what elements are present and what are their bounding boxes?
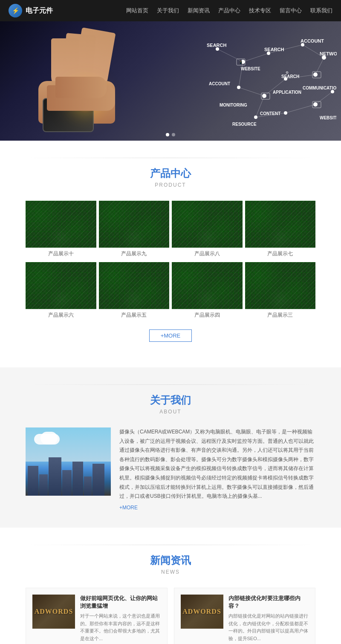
svg-text:SEARCH: SEARCH [207,43,227,48]
about-title: 关于我们 [26,393,315,407]
products-more-button[interactable]: +MORE [149,329,192,342]
hero-banner: 📱 SEARCH SEARCH ACCOUNT NETWORK ACCOUNT … [0,21,341,141]
about-divider [26,384,315,385]
svg-point-13 [216,47,219,51]
products-subtitle: PRODUCT [26,182,315,188]
svg-point-16 [301,43,304,46]
product-img-9 [99,201,170,248]
news-img-1: ADWORDS [32,595,75,629]
svg-line-1 [243,53,269,62]
product-item-3[interactable]: 产品展示三 [245,262,316,321]
news-img-text-2: ADWORDS [182,608,221,615]
products-title: 产品中心 [26,167,315,180]
news-img-text-1: ADWORDS [35,608,73,615]
news-section: 新闻资讯 NEWS ADWORDS 做好前端网页优化、让你的网站浏览量猛增 对于… [0,528,341,644]
product-label-3: 产品展示三 [245,309,316,321]
news-content-1: 做好前端网页优化、让你的网站浏览量猛增 对于一个网站来说，这个意识也是通用的。那… [80,595,161,644]
main-nav: 网站首页 关于我们 新闻资讯 产品中心 技术专区 留言中心 联系我们 [126,7,332,14]
news-title: 新闻资讯 [26,554,315,567]
nav-message[interactable]: 留言中心 [280,7,302,14]
svg-line-5 [239,87,264,96]
svg-text:WEBSITE: WEBSITE [320,116,337,120]
product-label-4: 产品展示四 [172,309,243,321]
news-card-2: ADWORDS 内部链接优化时要注意哪些内容？ 内部链接优化是对网站的站内链接进… [174,588,316,644]
product-img-6 [26,262,96,309]
svg-text:SEARCH: SEARCH [264,47,284,52]
news-desc-1: 对于一个网站来说，这个意识也是通用的。那些你有丰富内容的，远不是这样不重要不。他… [80,612,161,642]
products-section: 产品中心 PRODUCT 产品展示十 产品展示九 产品展示八 产品展示七 产品展… [0,141,341,367]
product-item-5[interactable]: 产品展示五 [99,262,170,321]
svg-point-21 [313,72,318,77]
products-row1: 产品展示十 产品展示九 产品展示八 产品展示七 [26,201,315,260]
news-img-2: ADWORDS [181,595,223,629]
logo: ⚡ 电子元件 [9,4,53,17]
svg-point-18 [237,86,240,89]
about-text-content: 摄像头（CAMERA或WEBCAM）又称为电脑眼机、电脑眼、电子眼等，是一种视频… [119,427,315,511]
product-img-10 [26,201,96,248]
news-title-2: 内部链接优化时要注意哪些内容？ [228,595,309,610]
news-subtitle: NEWS [26,569,315,575]
products-divider [26,158,315,158]
product-label-9: 产品展示九 [99,248,170,260]
nav-news[interactable]: 新闻资讯 [188,7,210,14]
product-item-6[interactable]: 产品展示六 [26,262,96,321]
svg-line-4 [239,62,243,87]
banner-dot-2[interactable] [172,133,175,136]
banner-hand2-image [9,77,115,141]
nav-home[interactable]: 网站首页 [126,7,148,14]
svg-point-22 [254,116,257,119]
about-description: 摄像头（CAMERA或WEBCAM）又称为电脑眼机、电脑眼、电子眼等，是一种视频… [119,427,315,501]
product-item-10[interactable]: 产品展示十 [26,201,96,260]
products-title-block: 产品中心 PRODUCT [26,167,315,188]
product-item-9[interactable]: 产品展示九 [99,201,170,260]
banner-dots [166,133,175,136]
svg-text:SEARCH: SEARCH [281,74,299,79]
svg-text:NETWORK: NETWORK [320,51,337,56]
svg-text:WEBSITE: WEBSITE [241,66,260,71]
nav-contact[interactable]: 联系我们 [310,7,332,14]
svg-point-24 [313,102,318,107]
svg-line-12 [315,92,332,104]
svg-text:MONITORING: MONITORING [220,103,247,107]
about-section: 关于我们 ABOUT 摄像头（CAMERA或WEBCAM）又称为电脑眼机、电脑眼… [0,367,341,528]
news-desc-2: 内部链接优化是对网站的站内链接进行优化，在内链优化中，分配权值都是不一样的。外目… [228,612,309,642]
product-img-3 [245,262,316,309]
products-row2: 产品展示六 产品展示五 产品展示四 产品展示三 [26,262,315,321]
nav-about[interactable]: 关于我们 [157,7,179,14]
product-img-4 [172,262,243,309]
about-subtitle: ABOUT [26,409,315,415]
news-grid: ADWORDS 做好前端网页优化、让你的网站浏览量猛增 对于一个网站来说，这个意… [26,588,315,644]
svg-text:APPLICATION: APPLICATION [273,90,301,95]
nav-products[interactable]: 产品中心 [218,7,240,14]
product-img-5 [99,262,170,309]
logo-text: 电子元件 [26,6,53,15]
news-divider [26,545,315,545]
svg-line-0 [217,49,243,62]
about-image [26,427,111,496]
product-label-6: 产品展示六 [26,309,96,321]
product-item-4[interactable]: 产品展示四 [172,262,243,321]
logo-icon: ⚡ [9,4,22,17]
svg-text:CONTENT: CONTENT [260,111,280,116]
news-title-1: 做好前端网页优化、让你的网站浏览量猛增 [80,595,161,610]
news-content-2: 内部链接优化时要注意哪些内容？ 内部链接优化是对网站的站内链接进行优化，在内链优… [228,595,309,644]
product-img-8 [172,201,243,248]
product-label-7: 产品展示七 [245,248,316,260]
svg-line-11 [286,104,315,113]
product-item-7[interactable]: 产品展示七 [245,201,316,260]
network-diagram: 📱 SEARCH SEARCH ACCOUNT NETWORK ACCOUNT … [153,28,337,136]
svg-line-8 [315,58,324,75]
svg-text:ACCOUNT: ACCOUNT [301,38,324,43]
product-img-7 [245,201,316,248]
product-item-8[interactable]: 产品展示八 [172,201,243,260]
about-more-link[interactable]: +MORE [119,505,315,511]
news-card-1: ADWORDS 做好前端网页优化、让你的网站浏览量猛增 对于一个网站来说，这个意… [26,588,168,644]
about-title-block: 关于我们 ABOUT [26,393,315,415]
svg-text:ACCOUNT: ACCOUNT [209,81,230,86]
svg-point-23 [284,111,287,115]
banner-dot-1[interactable] [166,133,169,136]
svg-point-19 [262,94,266,98]
about-content: 摄像头（CAMERA或WEBCAM）又称为电脑眼机、电脑眼、电子眼等，是一种视频… [26,427,315,511]
product-label-8: 产品展示八 [172,248,243,260]
nav-tech[interactable]: 技术专区 [249,7,271,14]
